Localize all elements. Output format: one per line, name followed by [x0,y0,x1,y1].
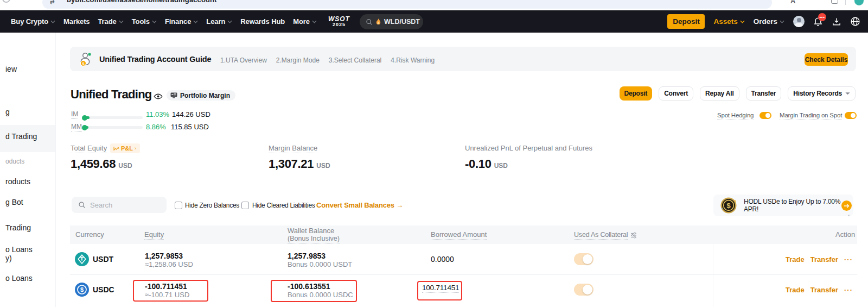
top-nav: Buy Crypto Markets Trade Tools Finance L… [0,10,868,33]
pnl-badge[interactable]: P&L› [110,143,140,153]
mm-progress-dot [82,125,87,130]
im-progress-track [83,116,143,119]
usdc-collateral-toggle[interactable] [574,284,593,296]
arrow-right-button[interactable] [841,201,852,211]
portfolio-margin-icon [170,92,177,98]
action-column-divider [713,244,713,307]
browser-reload-icon[interactable] [2,0,10,3]
browser-menu-icon[interactable]: ⋮ [866,0,868,4]
hide-zero-balances-label: Hide Zero Balances [185,202,239,210]
col-used-as-collateral[interactable]: Used As Collateral [574,231,628,240]
usdt-more-link[interactable]: ··· [844,255,853,264]
chevron-down-icon [227,20,232,23]
nav-item-trade[interactable]: Trade [98,17,124,26]
browser-window-icon[interactable] [831,0,838,4]
usdt-trade-link[interactable]: Trade [786,255,805,264]
user-avatar[interactable] [793,16,805,27]
transfer-button[interactable]: Transfer [746,86,782,101]
col-currency: Currency [75,231,104,239]
guide-title: Unified Trading Account Guide [99,55,211,64]
sidebar-item-trading-bot[interactable]: g Bot [5,198,23,206]
nav-item-finance[interactable]: Finance [165,17,198,26]
convert-button[interactable]: Convert [659,86,693,101]
globe-icon[interactable] [850,16,860,27]
hide-zero-balances-checkbox[interactable] [175,202,182,209]
download-icon[interactable] [832,17,841,27]
extension-a-icon[interactable]: A [790,0,795,5]
guide-step-2[interactable]: 2.Margin Mode [276,57,320,64]
nav-item-more[interactable]: More [293,17,317,26]
sidebar-item-overview[interactable]: iew [5,65,17,73]
search-icon [78,201,86,209]
carousel-dot [848,215,850,216]
usdt-collateral-toggle[interactable] [574,253,593,265]
wsot-2025-logo[interactable]: WSOT2025 [328,16,350,27]
col-wallet-balance: Wallet Balance [288,227,334,235]
total-equity-value: 1,459.68USD [71,158,132,172]
guide-step-3[interactable]: 3.Select Collateral [329,57,381,64]
convert-small-balances-link[interactable]: Convert Small Balances → [316,201,403,209]
sidebar-item-unified-trading[interactable]: d Trading [5,132,37,141]
sidebar-item-copy-trading[interactable]: Trading [5,223,31,232]
repay-all-button[interactable]: Repay All [700,86,739,101]
nav-assets-menu[interactable]: Assets [713,17,744,26]
margin-trading-toggle[interactable] [845,112,857,119]
site-settings-icon[interactable]: ⇄ [50,0,54,5]
usde-coin-icon: $ [720,197,737,214]
nav-orders-menu[interactable]: Orders [754,17,784,26]
sidebar-item-crypto-loans[interactable]: o Loans [5,274,33,283]
chevron-down-icon [152,20,157,23]
sidebar-item-funding[interactable]: g [5,108,10,116]
browser-url[interactable]: bybit.com/user/assets/home/tradingaccoun… [67,0,216,4]
check-details-button[interactable]: Check Details [805,53,848,66]
portfolio-margin-badge[interactable]: Portfolio Margin [167,90,235,101]
nav-deposit-button[interactable]: Deposit [667,14,705,29]
col-borrowed-amount[interactable]: Borrowed Amount [431,231,487,240]
nav-item-tools[interactable]: Tools [132,17,157,26]
notifications-bell[interactable]: ••• [813,17,823,27]
usdt-coin-icon [75,252,89,266]
im-percent: 11.03% [146,111,169,118]
browser-profile-avatar[interactable] [854,0,864,5]
usdc-transfer-link[interactable]: Transfer [810,286,838,294]
im-value: 144.26 USD [172,111,210,118]
mm-percent: 8.86% [146,123,166,131]
page-title: Unified Trading [71,87,152,102]
usdc-actions: Trade Transfer ··· [786,286,853,294]
sidebar: iew g d Trading oducts roducts g Bot Tra… [0,33,56,307]
svg-text:$: $ [80,286,84,293]
nav-item-buy-crypto[interactable]: Buy Crypto [11,17,55,26]
hodl-usde-text: HODL USDe to Enjoy Up to 7.00% APR! [744,198,841,213]
mm-progress-track [83,126,143,129]
chevron-down-icon [780,20,784,23]
usdc-more-link[interactable]: ··· [844,286,853,294]
margin-trading-label: Margin Trading on Spot [780,112,842,120]
nav-search[interactable]: WLD/USDT [360,14,423,29]
svg-text:$: $ [726,202,731,210]
guide-step-1[interactable]: 1.UTA Overview [220,57,267,64]
sidebar-item-products[interactable]: roducts [5,177,30,186]
nav-item-markets[interactable]: Markets [63,17,90,26]
eye-icon[interactable] [154,93,163,99]
usdc-trade-link[interactable]: Trade [786,286,805,294]
svg-text:$: $ [82,61,85,66]
col-bonus-inclusive[interactable]: (Bonus Inclusive) [288,235,340,243]
spot-hedging-toggle[interactable] [760,112,771,119]
collateral-sort-icon[interactable] [630,232,637,239]
im-progress-dot [82,115,87,121]
history-records-button[interactable]: History Records [788,86,856,101]
usdt-equity: 1,257.9853 [145,252,183,260]
usdt-transfer-link[interactable]: Transfer [810,255,838,264]
col-equity[interactable]: Equity [144,231,164,240]
nav-item-learn[interactable]: Learn [206,17,232,26]
hide-cleared-liabilities-checkbox[interactable] [241,202,249,209]
spot-hedging-label: Spot Hedging [717,112,754,120]
guide-step-4[interactable]: 4.Risk Warning [391,57,435,64]
usdt-equity-usd: ≈1,258.06 USD [145,261,193,268]
deposit-button[interactable]: Deposit [620,86,653,101]
margin-balance-label: Margin Balance [269,145,317,153]
sidebar-item-crypto-loans-new[interactable]: o Loansy) [5,245,33,262]
nav-item-rewards-hub[interactable]: Rewards Hub [240,17,285,26]
nav-right: Deposit Assets Orders ••• [667,10,860,33]
asset-search-input[interactable]: Search [72,197,167,213]
